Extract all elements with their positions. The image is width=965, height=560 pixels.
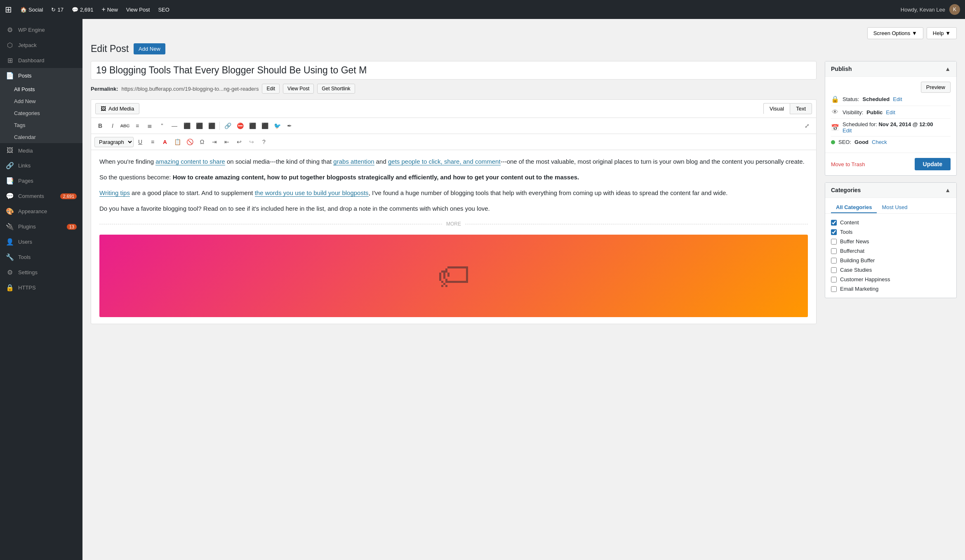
sidebar-item-tags[interactable]: Tags xyxy=(0,119,82,131)
content-paragraph-1: When you're finding amazing content to s… xyxy=(99,157,808,167)
adminbar-seo[interactable]: SEO xyxy=(158,7,169,13)
strikethrough-button[interactable]: ABC xyxy=(119,120,131,131)
visual-tab[interactable]: Visual xyxy=(763,103,790,114)
sidebar-item-settings[interactable]: ⚙ Settings xyxy=(0,265,82,280)
justify-button[interactable]: ≡ xyxy=(147,136,158,147)
category-checkbox-6[interactable] xyxy=(831,277,837,282)
sidebar-item-label-users: Users xyxy=(18,239,32,245)
get-shortlink-button[interactable]: Get Shortlink xyxy=(317,84,355,94)
paragraph-select[interactable]: Paragraph xyxy=(94,137,134,147)
publish-panel-header: Publish ▲ xyxy=(825,61,956,77)
permalink-edit-button[interactable]: Edit xyxy=(262,84,280,94)
link-words[interactable]: the words you use to build your blogpost… xyxy=(255,189,369,197)
sidebar-item-appearance[interactable]: 🎨 Appearance xyxy=(0,204,82,219)
categories-panel-collapse[interactable]: ▲ xyxy=(945,187,951,193)
sidebar-item-calendar[interactable]: Calendar xyxy=(0,131,82,143)
bold-button[interactable]: B xyxy=(94,120,106,131)
category-checkbox-5[interactable] xyxy=(831,267,837,273)
link-button[interactable]: 🔗 xyxy=(222,120,233,131)
add-media-label: Add Media xyxy=(108,106,134,112)
scheduled-label: Scheduled for: xyxy=(843,121,877,127)
sidebar-item-add-new[interactable]: Add New xyxy=(0,95,82,107)
link-gets-people[interactable]: gets people to click, share, and comment xyxy=(388,158,501,165)
sidebar-item-media[interactable]: 🖼 Media xyxy=(0,143,82,158)
sidebar-item-comments[interactable]: 💬 Comments 2,691 xyxy=(0,188,82,204)
sidebar-item-label-media: Media xyxy=(18,148,33,154)
sidebar-item-posts[interactable]: 📄 Posts xyxy=(0,68,82,83)
sidebar-item-tools[interactable]: 🔧 Tools xyxy=(0,249,82,265)
site-name[interactable]: Social xyxy=(28,7,43,13)
sidebar-item-plugins[interactable]: 🔌 Plugins 13 xyxy=(0,219,82,234)
all-categories-tab[interactable]: All Categories xyxy=(831,202,877,213)
most-used-tab[interactable]: Most Used xyxy=(877,202,912,213)
clear-format-button[interactable]: 🚫 xyxy=(184,136,195,147)
link-grabs-attention[interactable]: grabs attention xyxy=(333,158,374,165)
unordered-list-button[interactable]: ≡ xyxy=(132,120,143,131)
insert-table-button[interactable]: ⬛ xyxy=(259,120,271,131)
adminbar-comments[interactable]: 💬 2,691 xyxy=(72,7,94,13)
category-checkbox-3[interactable] xyxy=(831,248,837,254)
underline-button[interactable]: U xyxy=(134,136,146,147)
redo-button[interactable]: ↪ xyxy=(246,136,257,147)
view-post-button[interactable]: View Post xyxy=(283,84,314,94)
link-amazing-content[interactable]: amazing content to share xyxy=(155,158,225,165)
paste-button[interactable]: 📋 xyxy=(172,136,183,147)
text-tab[interactable]: Text xyxy=(790,103,812,114)
unlink-button[interactable]: ⛔ xyxy=(234,120,246,131)
pen-button[interactable]: ✒ xyxy=(284,120,295,131)
sidebar-item-all-posts[interactable]: All Posts xyxy=(0,83,82,95)
editor-content[interactable]: When you're finding amazing content to s… xyxy=(91,150,816,324)
fullscreen-button[interactable]: ⤢ xyxy=(801,120,813,131)
sidebar-item-jetpack[interactable]: ⬡ Jetpack xyxy=(0,38,82,53)
ordered-list-button[interactable]: ≣ xyxy=(144,120,155,131)
publish-panel-title: Publish xyxy=(831,66,852,72)
category-checkbox-7[interactable] xyxy=(831,286,837,292)
screen-options-button[interactable]: Screen Options ▼ xyxy=(867,27,923,39)
align-left-button[interactable]: ⬛ xyxy=(181,120,193,131)
post-title-input[interactable] xyxy=(91,61,817,80)
sidebar-item-dashboard[interactable]: ⊞ Dashboard xyxy=(0,53,82,68)
add-new-button[interactable]: Add New xyxy=(134,43,165,54)
adminbar-site[interactable]: 🏠 Social xyxy=(20,7,43,13)
move-to-trash-link[interactable]: Move to Trash xyxy=(831,161,865,167)
insert-more-button[interactable]: ⬛ xyxy=(247,120,258,131)
seo-check-link[interactable]: Check xyxy=(872,139,887,145)
special-char-button[interactable]: Ω xyxy=(196,136,208,147)
category-checkbox-2[interactable] xyxy=(831,239,837,245)
sidebar-item-users[interactable]: 👤 Users xyxy=(0,234,82,249)
help-keyboard-button[interactable]: ? xyxy=(258,136,270,147)
text-color-button[interactable]: A xyxy=(159,136,171,147)
blockquote-button[interactable]: " xyxy=(156,120,168,131)
link-writing-tips[interactable]: Writing tips xyxy=(99,189,130,197)
scheduled-edit-link[interactable]: Edit xyxy=(843,127,852,134)
align-center-button[interactable]: ⬛ xyxy=(193,120,205,131)
status-icon: 🔒 xyxy=(831,95,839,103)
publish-panel-collapse[interactable]: ▲ xyxy=(945,66,951,72)
sidebar-item-wp-engine[interactable]: ⚙ WP Engine xyxy=(0,22,82,38)
sidebar-item-pages[interactable]: 📑 Pages xyxy=(0,173,82,188)
category-item: Bufferchat xyxy=(831,246,951,256)
visibility-edit-link[interactable]: Edit xyxy=(886,109,895,115)
status-edit-link[interactable]: Edit xyxy=(893,96,902,102)
category-checkbox-1[interactable] xyxy=(831,229,837,235)
category-checkbox-0[interactable] xyxy=(831,220,837,226)
help-button[interactable]: Help ▼ xyxy=(927,27,957,39)
outdent-button[interactable]: ⇤ xyxy=(221,136,233,147)
adminbar-new[interactable]: + New xyxy=(101,6,118,13)
category-checkbox-4[interactable] xyxy=(831,258,837,264)
sidebar-item-https[interactable]: 🔒 HTTPS xyxy=(0,280,82,295)
italic-button[interactable]: I xyxy=(107,120,118,131)
horizontal-rule-button[interactable]: — xyxy=(169,120,180,131)
align-right-button[interactable]: ⬛ xyxy=(206,120,217,131)
add-media-button[interactable]: 🖼 Add Media xyxy=(95,103,139,114)
twitter-button[interactable]: 🐦 xyxy=(271,120,283,131)
adminbar-updates[interactable]: ↻ 17 xyxy=(51,7,63,13)
update-button[interactable]: Update xyxy=(915,158,951,170)
preview-button[interactable]: Preview xyxy=(921,82,951,93)
indent-button[interactable]: ⇥ xyxy=(209,136,220,147)
adminbar-view-post[interactable]: View Post xyxy=(126,7,150,13)
sidebar-item-categories[interactable]: Categories xyxy=(0,107,82,119)
undo-button[interactable]: ↩ xyxy=(233,136,245,147)
wp-logo[interactable]: ⊞ xyxy=(5,5,12,14)
sidebar-item-links[interactable]: 🔗 Links xyxy=(0,158,82,173)
